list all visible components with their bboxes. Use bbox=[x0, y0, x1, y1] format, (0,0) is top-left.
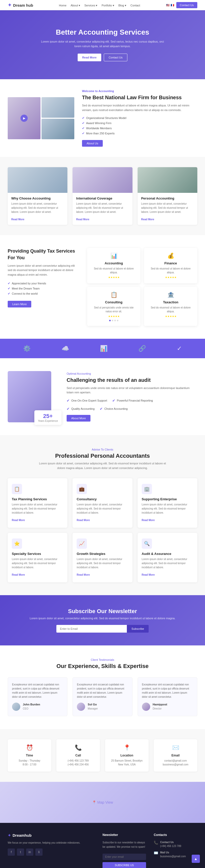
tax-section: Providing Quality Tax Services For You L… bbox=[0, 235, 205, 339]
author-role: Director bbox=[153, 707, 162, 710]
audit-section: 25+ Years Experience Optimal Accounting … bbox=[0, 358, 205, 435]
card-icon-box: 📋 bbox=[12, 484, 22, 494]
testimonial-card-3: Excepteureur sint occaecat cupidatat non… bbox=[138, 677, 197, 716]
nav-home[interactable]: Home bbox=[59, 4, 66, 7]
dot[interactable] bbox=[112, 320, 113, 321]
tax-description: Lorem ipsum dolor sit amet consectetur a… bbox=[8, 264, 79, 277]
footer-email-input[interactable] bbox=[102, 854, 146, 860]
hero-contact-button[interactable]: Contact Us bbox=[104, 54, 127, 61]
about-image-3 bbox=[41, 119, 74, 139]
contact-info-section: ⏰ Time Sunday - Thursday 8:00 - 17:00 📞 … bbox=[0, 729, 205, 782]
nav-contact[interactable]: Contact bbox=[130, 4, 140, 7]
nav-blog[interactable]: Blog ▾ bbox=[118, 4, 126, 7]
card-read-more[interactable]: Read More bbox=[77, 574, 90, 576]
footer-logo-icon: ✦ bbox=[8, 833, 11, 838]
hero-section: Better Accounting Services Lorem ipsum d… bbox=[0, 10, 205, 79]
dot[interactable] bbox=[109, 320, 111, 321]
about-list-item: ✔Worldwide Members bbox=[82, 126, 197, 131]
brand-logo[interactable]: ✦ Dream hub bbox=[8, 2, 33, 8]
accountant-card-audit: 🔍 Audit & Assurance Lorem ipsum dolor si… bbox=[138, 533, 197, 582]
card-icon-box: ⭐ bbox=[12, 538, 22, 549]
footer-subscribe-button[interactable]: SUBSCRIBE US bbox=[102, 862, 146, 868]
audit-feature-2: ✔ Powerful Financial Reporting bbox=[112, 399, 153, 403]
card-read-more[interactable]: Read More bbox=[142, 574, 155, 576]
partner-icon-4: 🔗 bbox=[138, 345, 146, 352]
testimonial-card-2: Excepteureur sint occaecat cupidatat non… bbox=[72, 677, 132, 716]
footer-contact-email: ✉️ Mail Us bussiness@gmail.com bbox=[154, 850, 197, 858]
footer-contact-value: (+84) 456 123 789 bbox=[160, 844, 181, 848]
nav-about[interactable]: About ▾ bbox=[70, 4, 80, 7]
about-button[interactable]: About Us bbox=[82, 140, 103, 147]
social-links: f t in li bbox=[8, 848, 95, 856]
card-desc: Lorem ipsum dolor sit amet, consectetur … bbox=[77, 557, 128, 569]
footer-grid: ✦ Dreamhub We focus on your experience, … bbox=[8, 833, 197, 868]
dot[interactable] bbox=[117, 320, 118, 321]
service-description: Lorem ipsum dolor sit amet, consectetur … bbox=[141, 202, 194, 214]
learn-more-button[interactable]: Learn More bbox=[8, 301, 31, 307]
accountant-card-growth: 📈 Growth Strategies Lorem ipsum dolor si… bbox=[72, 533, 132, 582]
card-read-more[interactable]: Read More bbox=[77, 519, 90, 522]
footer-newsletter-title: Newsletter bbox=[102, 833, 146, 837]
testimonial-card-1: Excepteureur sint occaecat cupidatat non… bbox=[8, 677, 67, 716]
scroll-top-button[interactable]: ▲ bbox=[192, 855, 200, 863]
hero-read-more-button[interactable]: Read More bbox=[78, 54, 101, 61]
card-title: Accounting bbox=[91, 261, 137, 265]
newsletter-email-input[interactable] bbox=[56, 625, 127, 632]
about-image-2 bbox=[41, 97, 74, 118]
accountant-card-tax: 📋 Tax Planning Services Lorem ipsum dolo… bbox=[8, 478, 67, 528]
card-title: Growth Strategies bbox=[77, 552, 128, 556]
phone-icon: 📞 bbox=[62, 744, 95, 751]
footer-contacts-title: Contacts bbox=[154, 833, 197, 837]
accountant-card-consultancy: 💼 Consultancy Lorem ipsum dolor sit amet… bbox=[72, 478, 132, 528]
play-button[interactable]: ▶ bbox=[8, 97, 40, 139]
social-instagram[interactable]: in bbox=[26, 848, 33, 856]
social-linkedin[interactable]: li bbox=[35, 848, 42, 856]
accountants-tag: Advise To Clients bbox=[8, 448, 197, 451]
card-title: Finance bbox=[147, 261, 194, 265]
social-facebook[interactable]: f bbox=[8, 848, 15, 856]
audit-text: Optimal Accounting Challenging the resul… bbox=[67, 372, 197, 422]
card-desc: Sed do eiusmod ut labore et dolore aliqu… bbox=[147, 306, 194, 313]
about-title: The Best National Law Firm for Business bbox=[82, 94, 197, 101]
subscribe-button[interactable]: Subscribe bbox=[127, 625, 149, 632]
service-title: International Coverage bbox=[76, 196, 129, 200]
card-read-more[interactable]: Read More bbox=[142, 519, 155, 522]
language-selector[interactable]: 🇺🇸 🇫🇷 bbox=[166, 4, 174, 7]
footer-brand-text: We focus on your experience, helping you… bbox=[8, 841, 95, 845]
contact-info-title: Time bbox=[13, 754, 46, 757]
nav-portfolio[interactable]: Portfolio ▾ bbox=[101, 4, 114, 7]
navbar: ✦ Dream hub Home About ▾ Services ▾ Port… bbox=[0, 0, 205, 10]
contact-button[interactable]: Contact Us bbox=[176, 2, 197, 8]
audit-sub-features: ✔ Quality Accounting ✔ Choice Accounting bbox=[67, 407, 197, 411]
hero-description: Lorem ipsum dolor sit amet, consectetur … bbox=[38, 39, 167, 49]
card-stars: ★★★★★ bbox=[91, 315, 137, 318]
service-read-more[interactable]: Read More bbox=[76, 218, 89, 221]
navbar-actions: 🇺🇸 🇫🇷 Contact Us bbox=[166, 2, 197, 8]
finance-icon: 💰 bbox=[147, 253, 194, 259]
nav-services[interactable]: Services ▾ bbox=[84, 4, 97, 7]
location-icon: 📍 bbox=[110, 744, 143, 751]
accountant-card-specialty: ⭐ Specialty Services Lorem ipsum dolor s… bbox=[8, 533, 67, 582]
footer-phone-icon: 📞 bbox=[154, 841, 158, 845]
accounting-icon: 📊 bbox=[91, 253, 137, 259]
contact-info-location: 📍 Location 25 Barnum Street, Brooklyn Ne… bbox=[105, 739, 149, 772]
about-tag: Welcome to Accounting bbox=[82, 90, 197, 93]
social-twitter[interactable]: t bbox=[17, 848, 24, 856]
partner-icon-3: 📊 bbox=[100, 345, 108, 352]
audit-image-wrap: 25+ Years Experience bbox=[8, 371, 59, 422]
service-card-image bbox=[138, 167, 197, 193]
service-read-more[interactable]: Read More bbox=[11, 218, 24, 221]
contact-info-email: ✉️ Email contact@gmail.com bussiness@gma… bbox=[154, 739, 197, 772]
service-read-more[interactable]: Read More bbox=[141, 218, 154, 221]
dot[interactable] bbox=[114, 320, 116, 321]
services-grid: Why Choose Accounting Lorem ipsum dolor … bbox=[8, 167, 197, 225]
card-read-more[interactable]: Read More bbox=[12, 519, 25, 522]
audit-button[interactable]: About More bbox=[67, 415, 91, 422]
footer-newsletter-text: Subscribe to our newsletter to always be… bbox=[102, 840, 146, 849]
newsletter-section: Subscribe Our Newsletter Lorem ipsum dol… bbox=[0, 595, 205, 645]
card-read-more[interactable]: Read More bbox=[12, 574, 25, 576]
newsletter-form: Subscribe bbox=[56, 625, 149, 632]
email-icon: ✉️ bbox=[159, 744, 192, 751]
tax-left: Providing Quality Tax Services For You L… bbox=[8, 248, 79, 307]
testimonial-author: John Burden CEO bbox=[12, 703, 63, 711]
